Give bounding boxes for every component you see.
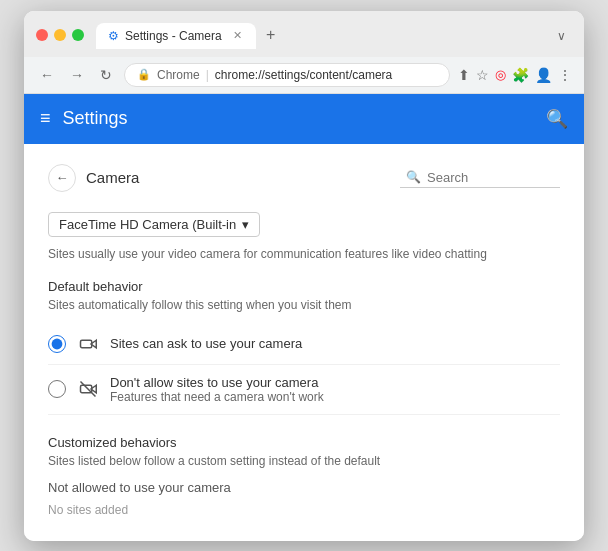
no-sites-text: No sites added <box>48 499 560 521</box>
tab-end-button[interactable]: ∨ <box>551 23 572 49</box>
tab-close-button[interactable]: ✕ <box>231 29 244 42</box>
back-nav-button[interactable]: ← <box>36 65 58 85</box>
block-camera-label: Don't allow sites to use your camera <box>110 375 324 390</box>
settings-search-icon[interactable]: 🔍 <box>546 108 568 130</box>
traffic-lights <box>36 29 84 41</box>
search-icon: 🔍 <box>406 170 421 184</box>
tab-favicon: ⚙ <box>108 29 119 43</box>
block-camera-sublabel: Features that need a camera won't work <box>110 390 324 404</box>
menu-icon[interactable]: ⋮ <box>558 67 572 83</box>
extensions-icon[interactable]: 🧩 <box>512 67 529 83</box>
content-area: ← Camera 🔍 FaceTime HD Camera (Built-in … <box>24 144 584 541</box>
back-to-settings-button[interactable]: ← <box>48 164 76 192</box>
camera-dropdown[interactable]: FaceTime HD Camera (Built-in ▾ <box>48 212 260 237</box>
back-arrow-icon: ← <box>56 170 69 185</box>
bookmark-icon[interactable]: ☆ <box>476 67 489 83</box>
customized-behaviors-title: Customized behaviors <box>48 435 560 450</box>
share-icon[interactable]: ⬆ <box>458 67 470 83</box>
settings-title: Settings <box>63 108 128 129</box>
active-tab[interactable]: ⚙ Settings - Camera ✕ <box>96 23 256 49</box>
hamburger-menu-button[interactable]: ≡ <box>40 108 51 129</box>
address-url: chrome://settings/content/camera <box>215 68 392 82</box>
close-button[interactable] <box>36 29 48 41</box>
search-input[interactable] <box>427 170 547 185</box>
camera-block-icon <box>78 379 98 399</box>
title-bar: ⚙ Settings - Camera ✕ + ∨ <box>24 11 584 57</box>
address-bar: ← → ↻ 🔒 Chrome | chrome://settings/conte… <box>24 57 584 94</box>
maximize-button[interactable] <box>72 29 84 41</box>
forward-nav-button[interactable]: → <box>66 65 88 85</box>
allow-camera-radio[interactable] <box>48 335 66 353</box>
opera-icon[interactable]: ◎ <box>495 67 506 82</box>
tab-title: Settings - Camera <box>125 29 222 43</box>
profile-icon[interactable]: 👤 <box>535 67 552 83</box>
block-camera-option[interactable]: Don't allow sites to use your camera Fea… <box>48 365 560 415</box>
default-behavior-description: Sites automatically follow this setting … <box>48 298 560 312</box>
new-tab-button[interactable]: + <box>256 21 285 49</box>
address-separator: | <box>206 68 209 82</box>
chrome-label: Chrome <box>157 68 200 82</box>
allow-camera-label: Sites can ask to use your camera <box>110 336 302 351</box>
address-bar-actions: ⬆ ☆ ◎ 🧩 👤 ⋮ <box>458 67 572 83</box>
camera-description: Sites usually use your video camera for … <box>48 245 560 263</box>
allow-camera-option[interactable]: Sites can ask to use your camera <box>48 324 560 365</box>
not-allowed-title: Not allowed to use your camera <box>48 480 560 495</box>
address-bar-input[interactable]: 🔒 Chrome | chrome://settings/content/cam… <box>124 63 450 87</box>
camera-allow-icon <box>78 334 98 354</box>
camera-dropdown-value: FaceTime HD Camera (Built-in <box>59 217 236 232</box>
dropdown-arrow-icon: ▾ <box>242 217 249 232</box>
settings-header-left: ≡ Settings <box>40 108 128 129</box>
lock-icon: 🔒 <box>137 68 151 81</box>
default-behavior-title: Default behavior <box>48 279 560 294</box>
page-header-left: ← Camera <box>48 164 139 192</box>
minimize-button[interactable] <box>54 29 66 41</box>
refresh-button[interactable]: ↻ <box>96 65 116 85</box>
settings-header: ≡ Settings 🔍 <box>24 94 584 144</box>
camera-dropdown-wrap: FaceTime HD Camera (Built-in ▾ <box>48 212 560 237</box>
page-header: ← Camera 🔍 <box>48 164 560 192</box>
customized-behaviors-section: Customized behaviors Sites listed below … <box>48 435 560 521</box>
allow-camera-label-wrap: Sites can ask to use your camera <box>110 336 302 351</box>
page-search-box[interactable]: 🔍 <box>400 168 560 188</box>
browser-window: ⚙ Settings - Camera ✕ + ∨ ← → ↻ 🔒 Chrome… <box>24 11 584 541</box>
svg-line-4 <box>81 382 96 397</box>
block-camera-radio[interactable] <box>48 380 66 398</box>
default-behavior-section: Default behavior Sites automatically fol… <box>48 279 560 415</box>
page-title: Camera <box>86 169 139 186</box>
tabs-row: ⚙ Settings - Camera ✕ + ∨ <box>96 21 572 49</box>
block-camera-label-wrap: Don't allow sites to use your camera Fea… <box>110 375 324 404</box>
customized-behaviors-description: Sites listed below follow a custom setti… <box>48 454 560 468</box>
